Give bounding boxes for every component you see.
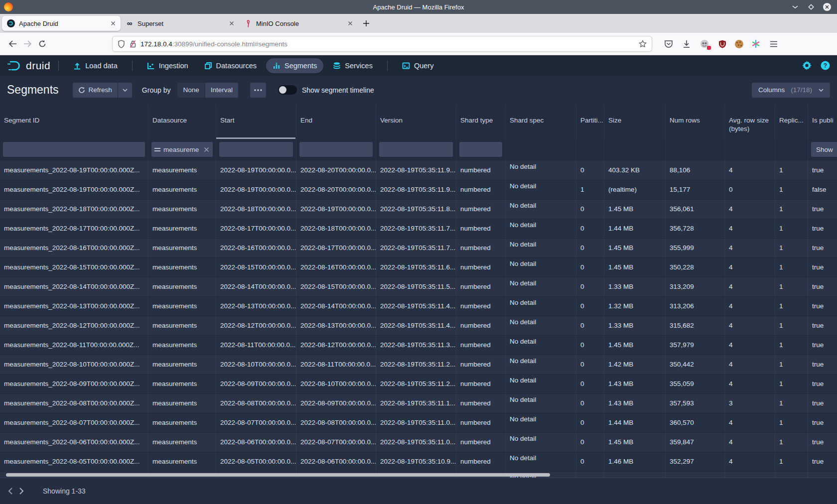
cell-shard_type: numbered bbox=[456, 336, 506, 355]
filter-input-segment_id[interactable] bbox=[3, 142, 145, 157]
nav-item-segments[interactable]: Segments bbox=[266, 58, 323, 73]
cookie-extension-icon[interactable] bbox=[735, 40, 743, 48]
nav-item-services[interactable]: Services bbox=[326, 58, 379, 73]
table-row[interactable]: measurements_2022-08-10T00:00:00.000Z...… bbox=[0, 355, 837, 375]
cell-is_published: true bbox=[808, 277, 837, 296]
cell-avg_row_size: 4 bbox=[725, 297, 775, 316]
column-header-avg_row_size[interactable]: Avg. row size (bytes) bbox=[725, 104, 775, 139]
column-header-replication[interactable]: Replic... bbox=[775, 104, 808, 139]
tracking-shield-icon[interactable] bbox=[118, 40, 125, 48]
cell-size: 403.32 KB bbox=[604, 161, 666, 180]
cell-size: 1.33 MB bbox=[604, 277, 666, 296]
cell-is_published: false bbox=[808, 180, 837, 199]
segment-timeline-toggle[interactable] bbox=[278, 85, 297, 95]
more-options-button[interactable] bbox=[250, 83, 266, 98]
table-row[interactable]: measurements_2022-08-09T00:00:00.000Z...… bbox=[0, 375, 837, 394]
ublock-origin-icon[interactable] bbox=[717, 38, 728, 49]
column-header-partition[interactable]: Partiti... bbox=[576, 104, 604, 139]
filter-input-datasource[interactable]: measureme bbox=[151, 142, 213, 157]
window-minimize-button[interactable] bbox=[791, 3, 799, 11]
tab-close-icon[interactable] bbox=[348, 21, 353, 26]
forward-button[interactable] bbox=[20, 36, 35, 51]
tab-close-icon[interactable] bbox=[111, 21, 116, 26]
table-row[interactable]: measurements_2022-08-19T00:00:00.000Z...… bbox=[0, 180, 837, 200]
filter-input-start[interactable] bbox=[219, 142, 293, 157]
cell-datasource: measurements bbox=[148, 200, 216, 219]
column-header-is_published[interactable]: Is publi bbox=[808, 104, 837, 139]
column-header-shard_spec[interactable]: Shard spec bbox=[506, 104, 576, 139]
url-text[interactable]: 172.18.0.4:30899/unified-console.html#se… bbox=[140, 40, 635, 48]
insecure-lock-icon[interactable] bbox=[129, 40, 137, 48]
table-row[interactable]: measurements_2022-08-05T00:00:00.000Z...… bbox=[0, 452, 837, 472]
tab-superset[interactable]: ∞ Superset bbox=[121, 16, 239, 31]
cell-replication: 1 bbox=[775, 316, 808, 335]
cell-end: 2022-08-18T00:00:00.0... bbox=[296, 219, 376, 238]
settings-gear-icon[interactable] bbox=[802, 61, 812, 70]
window-close-button[interactable] bbox=[823, 3, 831, 11]
bookmark-star-icon[interactable] bbox=[639, 40, 647, 48]
table-row[interactable]: measurements_2022-08-06T00:00:00.000Z...… bbox=[0, 433, 837, 452]
column-header-size[interactable]: Size bbox=[604, 104, 666, 139]
refresh-button[interactable]: Refresh bbox=[73, 83, 118, 98]
table-row[interactable]: measurements_2022-08-18T00:00:00.000Z...… bbox=[0, 200, 837, 219]
table-row[interactable]: measurements_2022-08-15T00:00:00.000Z...… bbox=[0, 258, 837, 277]
back-button[interactable] bbox=[5, 36, 20, 51]
tab-apache-druid[interactable]: Ɔ Apache Druid bbox=[2, 16, 121, 31]
nav-item-ingestion[interactable]: Ingestion bbox=[140, 58, 195, 73]
table-row[interactable]: measurements_2022-08-13T00:00:00.000Z...… bbox=[0, 297, 837, 316]
nav-item-load-data[interactable]: Load data bbox=[67, 58, 124, 73]
nav-item-datasources[interactable]: Datasources bbox=[198, 58, 263, 73]
cell-shard_type: numbered bbox=[456, 239, 506, 257]
cell-end: 2022-08-13T00:00:00.0... bbox=[296, 316, 376, 335]
new-tab-button[interactable] bbox=[363, 20, 370, 27]
reload-button[interactable] bbox=[35, 36, 50, 51]
column-header-datasource[interactable]: Datasource bbox=[148, 104, 216, 139]
table-row[interactable]: measurements_2022-08-17T00:00:00.000Z...… bbox=[0, 219, 837, 239]
filter-show-button[interactable]: Show bbox=[811, 142, 837, 157]
column-header-version[interactable]: Version bbox=[376, 104, 456, 139]
next-page-button[interactable] bbox=[19, 488, 24, 495]
group-by-interval-button[interactable]: Interval bbox=[205, 83, 238, 98]
column-header-segment_id[interactable]: Segment ID bbox=[0, 104, 148, 139]
previous-page-button[interactable] bbox=[8, 488, 12, 495]
table-row[interactable]: measurements_2022-08-08T00:00:00.000Z...… bbox=[0, 394, 837, 413]
filter-input-version[interactable] bbox=[379, 142, 453, 157]
cell-start: 2022-08-15T00:00:00.0... bbox=[216, 258, 296, 277]
column-header-num_rows[interactable]: Num rows bbox=[666, 104, 725, 139]
column-header-end[interactable]: End bbox=[296, 104, 376, 139]
table-row[interactable]: measurements_2022-08-16T00:00:00.000Z...… bbox=[0, 239, 837, 258]
showing-count: Showing 1-33 bbox=[43, 487, 86, 495]
column-header-shard_type[interactable]: Shard type bbox=[456, 104, 506, 139]
filter-input-end[interactable] bbox=[299, 142, 373, 157]
cell-replication: 1 bbox=[775, 433, 808, 452]
multicolor-extension-icon[interactable] bbox=[750, 38, 761, 49]
columns-button[interactable]: Columns (17/18) bbox=[752, 83, 830, 98]
column-header-start[interactable]: Start bbox=[216, 104, 296, 139]
remove-filter-icon[interactable] bbox=[204, 147, 210, 152]
tab-minio-console[interactable]: MinIO Console bbox=[239, 16, 358, 31]
pocket-icon[interactable] bbox=[663, 38, 674, 49]
table-row[interactable]: measurements_2022-08-19T00:00:00.000Z...… bbox=[0, 161, 837, 180]
table-row[interactable]: measurements_2022-08-12T00:00:00.000Z...… bbox=[0, 316, 837, 336]
cell-version: 2022-08-19T05:35:11.6... bbox=[376, 258, 456, 277]
filter-input-shard_type[interactable] bbox=[459, 142, 502, 157]
extension-disabled-icon[interactable] bbox=[699, 38, 710, 49]
druid-logo[interactable]: druid bbox=[7, 60, 50, 72]
cell-start: 2022-08-07T00:00:00.0... bbox=[216, 413, 296, 432]
refresh-options-button[interactable] bbox=[118, 83, 132, 98]
table-row[interactable]: measurements_2022-08-14T00:00:00.000Z...… bbox=[0, 277, 837, 297]
group-by-none-button[interactable]: None bbox=[177, 83, 204, 98]
cell-segment_id: measurements_2022-08-08T00:00:00.000Z... bbox=[0, 394, 148, 413]
url-bar[interactable]: 172.18.0.4:30899/unified-console.html#se… bbox=[112, 36, 652, 52]
horizontal-scrollbar[interactable] bbox=[6, 473, 550, 477]
menu-hamburger-icon[interactable] bbox=[768, 38, 779, 49]
segments-page-header: Segments Refresh Group by None Interval … bbox=[0, 76, 837, 104]
tab-close-icon[interactable] bbox=[229, 21, 234, 26]
downloads-icon[interactable] bbox=[681, 38, 692, 49]
table-row[interactable]: measurements_2022-08-07T00:00:00.000Z...… bbox=[0, 413, 837, 433]
cell-replication: 1 bbox=[775, 161, 808, 180]
table-row[interactable]: measurements_2022-08-11T00:00:00.000Z...… bbox=[0, 336, 837, 355]
window-maximize-button[interactable] bbox=[807, 3, 815, 11]
help-icon[interactable]: ? bbox=[821, 61, 830, 70]
nav-item-query[interactable]: Query bbox=[396, 58, 440, 73]
